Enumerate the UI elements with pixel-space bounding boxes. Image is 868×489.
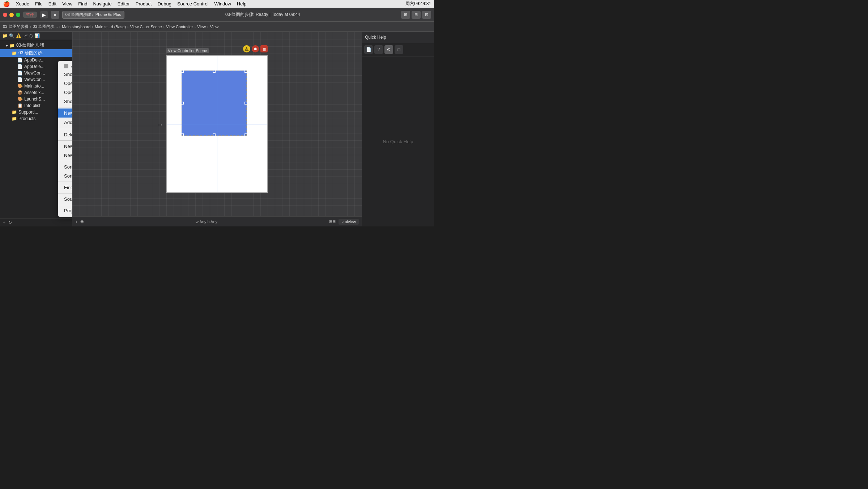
ctx-show-file-inspector[interactable]: Show File Inspector [58,97,72,106]
navigator-footer: + ↻ [0,218,72,226]
breadcrumb-item[interactable]: View Controller [166,25,193,29]
menu-editor[interactable]: Editor [118,1,130,7]
fullscreen-button[interactable] [16,13,20,17]
breadcrumb-item[interactable]: Main.st...d (Base) [95,25,126,29]
nav-search-icon[interactable]: 🔍 [9,33,14,38]
menu-debug[interactable]: Debug [158,1,171,7]
canvas-bottom-bar: + ◉ w Any h Any ⊟⊞ ○ uiview [72,216,362,226]
selection-handle-br[interactable] [244,133,247,136]
menu-edit[interactable]: Edit [48,1,56,7]
attributes-inspector-icon[interactable]: □ [395,45,403,54]
ctx-add-files[interactable]: Add Files to "03-绘图的步骤"... [58,118,72,128]
tree-label: LaunchS... [24,97,45,102]
scene-toolbar: ⚠ ✱ ▦ [243,45,268,52]
ctx-source-control[interactable]: Source Control ▶ [58,195,72,204]
file-inspector-icon[interactable]: 📄 [364,45,373,54]
nav-folder-icon[interactable]: 📁 [2,33,8,38]
selection-handle-tr[interactable] [244,70,247,73]
zoom-controls[interactable]: ⊟⊞ [329,219,336,224]
ctx-project-navigator-help[interactable]: Project Navigator Help ▶ [58,206,72,215]
navigator-panel: 📁 🔍 ⚠️ ⎇ ⬡ 📊 ▾ 📁 03-绘图的步骤 📁 03-绘图的步... 📄… [0,32,72,226]
refresh-button[interactable]: ↻ [8,220,12,225]
menu-product[interactable]: Product [136,1,152,7]
ctx-open-as[interactable]: Open As ▶ [58,88,72,97]
quick-help-icon[interactable]: ? [374,45,383,54]
add-file-button[interactable]: + [3,220,5,225]
scheme-selector[interactable]: 03-绘图的步骤 › iPhone 6s Plus [62,11,124,19]
stop-button[interactable]: ■ [51,11,59,19]
ctx-new-group-from-selection[interactable]: New Group from Selection [58,151,72,160]
selection-handle-bm[interactable] [213,133,216,136]
breadcrumb-item[interactable]: Main.storyboard [62,25,90,29]
menu-help[interactable]: Help [237,1,247,7]
ctx-new-group[interactable]: New Group [58,142,72,151]
breadcrumb-item[interactable]: View C...er Scene [130,25,162,29]
breadcrumb-sep: › [59,25,61,29]
selection-handle-ml[interactable] [181,102,184,105]
breadcrumb-item[interactable]: 03-绘图的步骤 [3,24,29,29]
breadcrumb-item[interactable]: View [210,25,219,29]
ctx-separator [58,193,72,194]
menubar-time: 周六09:44:31 [405,1,431,7]
filter-icon: ○ [341,220,344,224]
tree-label: Info.plist [24,103,41,108]
debug-toggle[interactable]: ⊟ [412,11,421,19]
nav-warning-icon[interactable]: ⚠️ [16,33,21,38]
ctx-sort-by-name[interactable]: Sort by Name [58,162,72,171]
close-button[interactable] [3,13,7,17]
tree-root[interactable]: ▾ 📁 03-绘图的步骤 [0,42,72,49]
filter-text: uiview [345,220,356,224]
ctx-delete[interactable]: Delete [58,130,72,139]
inspector-toggle[interactable]: ⊡ [422,11,431,19]
tree-item-project[interactable]: 📁 03-绘图的步... [0,49,72,57]
ctx-find-in-groups[interactable]: Find in Selected Groups... [58,183,72,192]
nav-report-icon[interactable]: 📊 [34,33,40,38]
menu-window[interactable]: Window [214,1,231,7]
add-object-button[interactable]: + [75,220,77,224]
traffic-lights [3,13,20,17]
menu-file[interactable]: File [35,1,43,7]
scene-container: View Controller Scene ⚠ ✱ ▦ [166,55,268,193]
ctx-separator [58,161,72,161]
file-icon: 📄 [17,64,23,69]
ctx-open-external[interactable]: Open with External Editor [58,79,72,88]
ctx-item-label: Project Navigator Help [64,208,72,213]
grid-badge: ▦ [260,45,268,52]
selection-handle-mr[interactable] [244,102,247,105]
ctx-new-file[interactable]: New File... [58,109,72,118]
identity-inspector-icon[interactable]: ⊙ [384,45,393,54]
filter-input[interactable]: ○ uiview [339,219,359,225]
breadcrumb-sep: › [195,25,196,29]
tree-label: ViewCon... [24,71,45,76]
selection-handle-bl[interactable] [181,133,184,136]
ctx-item-label: Open As [64,90,72,95]
tree-label: Main.sto... [24,84,44,89]
storyboard-canvas[interactable]: View Controller Scene ⚠ ✱ ▦ [72,32,362,216]
tree-label: AppDele... [24,58,44,63]
canvas-controls[interactable]: ◉ [80,219,84,224]
selection-handle-tl[interactable] [181,70,184,73]
quick-help-title: Quick Help [365,35,386,40]
ctx-show-in-finder[interactable]: Show in Finder [58,70,72,79]
selection-handle-tm[interactable] [213,70,216,73]
tree-label: Products [18,116,35,121]
ctx-scene-icon [64,64,68,68]
folder-icon: 📁 [12,116,17,121]
file-icon: 📄 [17,58,23,63]
run-button[interactable]: ▶ [40,11,48,18]
menu-source-control[interactable]: Source Control [177,1,209,7]
ctx-item-label: New Group [64,144,72,149]
breadcrumb-item[interactable]: 03-绘图的步... [33,24,58,29]
blue-rectangle[interactable] [182,71,247,136]
navigator-toggle[interactable]: ⊞ [401,11,410,19]
menu-find[interactable]: Find [78,1,87,7]
breadcrumb-item[interactable]: View [197,25,206,29]
menu-view[interactable]: View [62,1,72,7]
menu-navigate[interactable]: Navigate [93,1,111,7]
menu-xcode[interactable]: Xcode [16,1,29,7]
minimize-button[interactable] [9,13,14,17]
nav-breakpoint-icon[interactable]: ⬡ [29,33,33,38]
apple-menu[interactable]: 🍎 [3,0,10,7]
nav-git-icon[interactable]: ⎇ [23,33,28,38]
ctx-sort-by-type[interactable]: Sort by Type [58,171,72,180]
